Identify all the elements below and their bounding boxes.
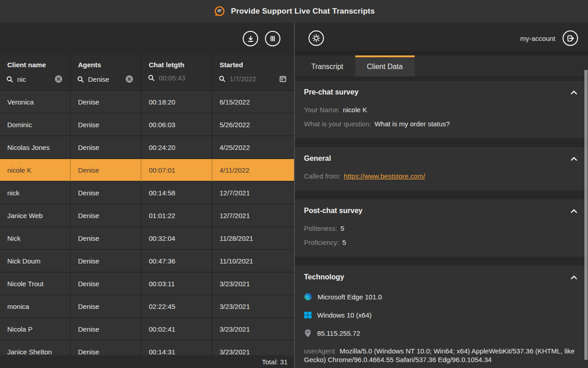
tab-client-data[interactable]: Client Data [355, 55, 415, 76]
settings-button[interactable] [309, 30, 324, 46]
tabs-row: Transcript Client Data [295, 55, 588, 76]
os-row: Windows 10 (x64) [304, 306, 579, 324]
started-filter [212, 69, 294, 84]
table-cell: Nicole Trout [0, 273, 71, 295]
table-cell: 00:03:11 [142, 273, 212, 295]
app-header: Provide Support Live Chat Transcripts [0, 0, 588, 23]
table-row[interactable]: Nicole TroutDenise00:03:113/23/2021 [0, 273, 294, 295]
table-row[interactable]: Nicola PDenise00:02:413/23/2021 [0, 318, 294, 341]
table-cell: Denise [71, 295, 142, 318]
called-from-link[interactable]: https://www.beststore.com/ [344, 172, 425, 180]
chat-length-filter-input[interactable] [159, 74, 206, 82]
scrollbar-thumb[interactable] [584, 70, 588, 360]
table-cell: Nicola P [0, 318, 71, 341]
client-name-filter [0, 69, 70, 84]
table-cell: 4/11/2022 [212, 159, 294, 182]
table-row[interactable]: NickDenise00:32:0411/28/2021 [0, 227, 294, 250]
download-button[interactable] [243, 31, 258, 46]
total-count: Total: 31 [262, 358, 288, 366]
table-cell: Janice Web [0, 204, 71, 227]
client-name-filter-input[interactable] [17, 75, 49, 83]
calendar-button[interactable] [277, 74, 289, 84]
table-cell: 5/26/2022 [212, 114, 294, 136]
collapse-section-button[interactable] [569, 156, 579, 162]
detail-toolbar: my-account [295, 23, 588, 51]
table-cell: 4/25/2022 [212, 136, 294, 159]
table-cell: nicole K [0, 159, 71, 182]
field-row: Your Name:nicole K [304, 103, 579, 117]
agents-filter-input[interactable] [88, 75, 119, 83]
field-value: nicole K [343, 106, 367, 114]
section-pre-chat-survey: Pre-chat survey Your Name:nicole K What … [295, 81, 588, 138]
table-cell: Denise [71, 250, 142, 273]
clear-filter-button[interactable] [53, 74, 64, 84]
field-label: Politeness: [304, 224, 337, 232]
table-row[interactable]: VeronicaDenise00:18:206/15/2022 [0, 91, 294, 114]
table-cell: Nick Doum [0, 250, 71, 273]
table-row[interactable]: Nicolas JonesDenise00:24:204/25/2022 [0, 136, 294, 159]
collapse-section-button[interactable] [569, 274, 579, 280]
field-label: Called from: [304, 172, 341, 180]
table-row[interactable]: nickDenise00:14:5812/7/2021 [0, 182, 294, 204]
windows-os-icon [304, 311, 312, 319]
table-cell: 11/10/2021 [212, 250, 294, 273]
table-row[interactable]: Nick DoumDenise00:47:3611/10/2021 [0, 250, 294, 273]
tab-label: Client Data [367, 63, 403, 71]
tab-transcript[interactable]: Transcript [299, 55, 355, 76]
columns-button[interactable] [265, 31, 280, 46]
ip-row: IP 85.115.255.72 [304, 324, 579, 342]
table-cell: Denise [71, 159, 142, 182]
field-value: 5 [343, 239, 346, 246]
logout-button[interactable] [563, 30, 578, 46]
table-cell: Denise [71, 204, 142, 227]
field-value: What is my order status? [374, 120, 450, 128]
browser-row: Microsoft Edge 101.0 [304, 288, 579, 306]
column-chat-length: Chat letgth [142, 55, 212, 90]
tab-strip: Transcript Client Data [295, 51, 588, 76]
table-cell: 12/7/2021 [212, 204, 294, 227]
clear-filter-button[interactable] [123, 74, 135, 84]
field-row: Proficiency:5 [304, 235, 579, 249]
field-row: Called from:https://www.beststore.com/ [304, 169, 579, 183]
collapse-section-button[interactable] [569, 90, 579, 95]
search-icon [219, 75, 225, 82]
chevron-up-icon [571, 90, 577, 94]
column-started: Started [212, 55, 294, 90]
section-title: Pre-chat survey [304, 88, 358, 96]
table-cell: 3/23/2021 [212, 273, 294, 295]
table-row[interactable]: monicaDenise02:22:453/23/2021 [0, 295, 294, 318]
table-row[interactable]: nicole KDenise00:07:014/11/2022 [0, 159, 294, 182]
search-icon [77, 76, 84, 83]
table-cell: Nicolas Jones [0, 136, 71, 159]
user-agent-row: userAgentMozilla/5.0 (Windows NT 10.0; W… [304, 347, 579, 364]
field-value: 5 [340, 224, 344, 232]
search-icon [6, 76, 13, 83]
list-toolbar [0, 23, 294, 55]
transcripts-list-panel: Client name [0, 23, 294, 368]
table-cell: 6/15/2022 [212, 91, 294, 114]
browser-name: Microsoft Edge 101.0 [318, 293, 382, 301]
column-agents: Agents [71, 55, 142, 90]
column-header-label: Client name [0, 60, 70, 69]
started-filter-input[interactable] [230, 75, 273, 83]
table-row[interactable]: Janice WebDenise01:01:2212/7/2021 [0, 204, 294, 227]
table-cell: 00:07:01 [142, 159, 212, 182]
section-title: Post-chat survey [304, 207, 363, 215]
account-name: my-account [520, 35, 555, 42]
edge-browser-icon [304, 293, 312, 301]
os-name: Windows 10 (x64) [317, 311, 372, 319]
table-cell: 00:14:58 [142, 182, 212, 204]
field-row: What is your question:What is my order s… [304, 117, 579, 131]
table-row[interactable]: DominicDenise00:06:035/26/2022 [0, 114, 294, 136]
table-cell: 3/23/2021 [212, 318, 294, 341]
table-body: VeronicaDenise00:18:206/15/2022DominicDe… [0, 91, 294, 363]
gear-icon [312, 34, 321, 43]
table-cell: nick [0, 182, 71, 204]
download-icon [247, 35, 255, 43]
section-title: General [304, 154, 331, 163]
chevron-up-icon [571, 209, 577, 213]
table-cell: Veronica [0, 91, 71, 114]
table-cell: 00:18:20 [142, 91, 212, 114]
collapse-section-button[interactable] [569, 208, 579, 214]
table-cell: 00:02:41 [142, 318, 212, 341]
